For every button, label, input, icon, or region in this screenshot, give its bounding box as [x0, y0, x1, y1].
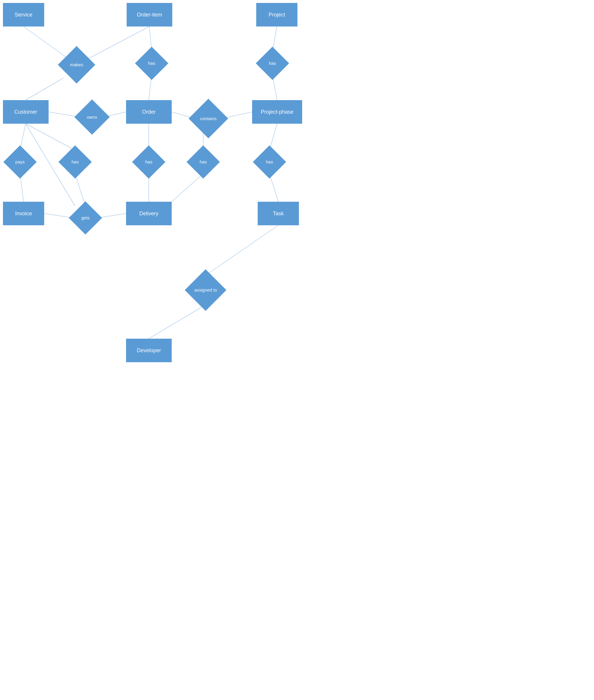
svg-line-21 [172, 174, 203, 202]
node-has_task: has [253, 145, 286, 178]
node-pays: pays [3, 145, 36, 178]
node-project: Project [256, 3, 297, 27]
node-developer: Developer [126, 339, 172, 362]
node-has_proj: has [256, 46, 289, 80]
svg-line-23 [269, 174, 278, 202]
node-assigned_to: assigned to [185, 269, 226, 311]
node-service: Service [3, 3, 44, 27]
node-contains: contains [189, 99, 228, 138]
node-customer: Customer [3, 100, 48, 124]
node-has_pp: has [187, 145, 220, 178]
node-gets: gets [69, 201, 102, 234]
node-project_phase: Project-phase [252, 100, 302, 124]
svg-line-24 [205, 225, 278, 275]
node-invoice: Invoice [3, 202, 44, 225]
svg-line-14 [75, 174, 86, 206]
node-has_cust: has [58, 145, 92, 178]
node-order: Order [126, 100, 172, 124]
node-order_item: Order-item [127, 3, 172, 27]
node-has_ord: has [132, 145, 165, 178]
node-task: Task [258, 202, 299, 225]
node-has_oi: has [135, 46, 168, 80]
node-delivery: Delivery [126, 202, 172, 225]
node-makes: makes [58, 46, 95, 84]
svg-line-2 [26, 78, 63, 100]
svg-line-13 [26, 124, 75, 150]
svg-line-25 [149, 305, 205, 339]
node-owns: owns [74, 99, 109, 135]
